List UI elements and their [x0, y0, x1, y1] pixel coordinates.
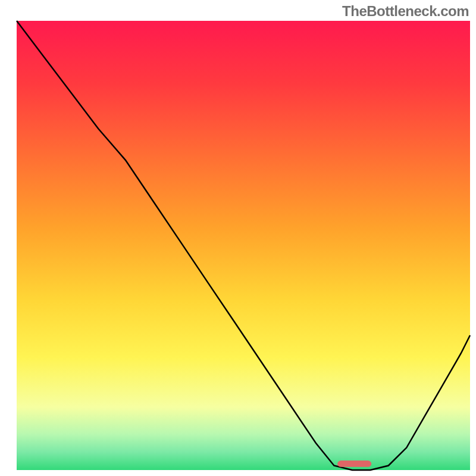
bottleneck-chart: TheBottleneck.com: [0, 0, 476, 476]
watermark-text: TheBottleneck.com: [342, 3, 469, 20]
chart-svg: [0, 0, 476, 476]
optimal-marker: [337, 461, 371, 467]
plot-background-gradient: [17, 21, 470, 470]
